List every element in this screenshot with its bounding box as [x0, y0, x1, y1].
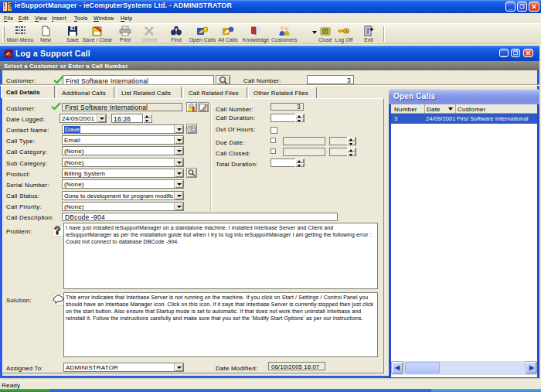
svg-text:?: ?	[8, 2, 12, 11]
svg-text:!: !	[3, 2, 5, 11]
svg-text:?: ?	[54, 224, 61, 237]
